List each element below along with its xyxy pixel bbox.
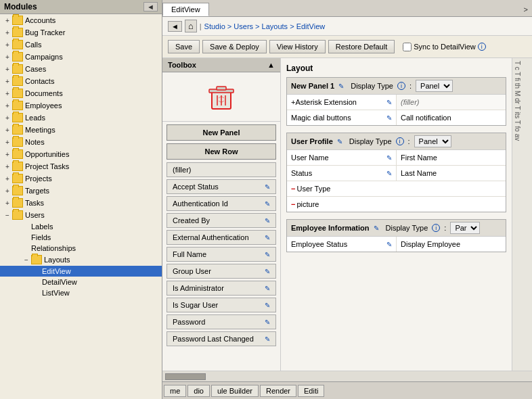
sidebar-scroll[interactable]: + Accounts + Bug Tracker + Calls + Campa… [0,14,162,399]
expand-calls[interactable]: + [3,41,12,49]
toolbox-item-password[interactable]: Password ✎ [167,314,276,329]
panel-new-panel-1-type-select[interactable]: Panel [416,80,453,92]
accept-status-edit-icon[interactable]: ✎ [265,183,270,191]
is-administrator-edit-icon[interactable]: ✎ [265,285,270,292]
bottom-tab-me[interactable]: me [164,385,186,397]
sidebar-item-relationships[interactable]: Relationships [0,243,162,254]
panel-new-panel-1-edit-icon[interactable]: ✎ [338,83,344,90]
panel-employee-info-info-icon[interactable]: i [432,224,440,232]
sidebar-item-leads[interactable]: + Leads [0,112,162,124]
toolbox-item-group-user[interactable]: Group User ✎ [167,264,276,279]
asterisk-ext-edit-icon[interactable]: ✎ [386,99,392,106]
field-cell-employee-status[interactable]: Employee Status ✎ [287,237,397,252]
toolbox-item-is-sugar-user[interactable]: Is Sugar User ✎ [167,298,276,312]
expand-contacts[interactable]: + [3,78,12,85]
expand-cases[interactable]: + [3,66,12,73]
field-cell-asterisk-ext[interactable]: +Asterisk Extension ✎ [287,95,397,110]
save-deploy-button[interactable]: Save & Deploy [202,40,267,53]
sidebar-item-employees[interactable]: + Employees [0,99,162,112]
toolbox-item-created-by[interactable]: Created By ✎ [167,213,276,228]
panel-employee-info-type-select[interactable]: Par [450,222,480,234]
expand-documents[interactable]: + [3,90,12,97]
sidebar-item-editview[interactable]: EditView [0,266,162,277]
toolbox-item-accept-status[interactable]: Accept Status ✎ [167,179,276,194]
user-name-edit-icon[interactable]: ✎ [386,154,392,162]
field-cell-first-name[interactable]: First Name [397,150,506,165]
sidebar-item-documents[interactable]: + Documents [0,87,162,99]
toolbox-item-authentication-id[interactable]: Authentication Id ✎ [167,196,276,211]
group-user-edit-icon[interactable]: ✎ [265,268,270,275]
view-history-button[interactable]: View History [269,40,326,53]
full-name-edit-icon[interactable]: ✎ [265,251,270,258]
field-cell-status[interactable]: Status ✎ [287,166,397,181]
sidebar-item-calls[interactable]: + Calls [0,39,162,51]
expand-accounts[interactable]: + [3,17,12,24]
toolbox-item-filler[interactable]: (filler) [167,162,276,177]
back-button[interactable]: ◄ [168,21,182,32]
expand-targets[interactable]: + [3,187,12,195]
password-last-changed-edit-icon[interactable]: ✎ [265,335,270,343]
panel-employee-info-edit-icon[interactable]: ✎ [374,225,379,232]
sidebar-item-tasks[interactable]: + Tasks [0,197,162,209]
sidebar-item-listview[interactable]: ListView [0,287,162,298]
password-edit-icon[interactable]: ✎ [265,319,270,326]
sidebar-item-cases[interactable]: + Cases [0,63,162,75]
expand-projecttasks[interactable]: + [3,163,12,170]
sidebar-item-contacts[interactable]: + Contacts [0,75,162,87]
expand-tasks[interactable]: + [3,200,12,207]
field-cell-call-notification[interactable]: Call notification [397,110,506,125]
sidebar-item-notes[interactable]: + Notes [0,136,162,148]
sidebar-item-bugtracker[interactable]: + Bug Tracker [0,26,162,39]
toolbox-item-external-auth[interactable]: External Authentication ✎ [167,230,276,245]
field-cell-user-type[interactable]: −User Type [287,181,506,196]
h-scroll-thumb[interactable] [165,373,206,380]
sidebar-item-targets[interactable]: + Targets [0,185,162,197]
horizontal-scrollbar[interactable] [162,371,532,381]
panel-user-profile-info-icon[interactable]: i [396,137,404,145]
toolbox-item-full-name[interactable]: Full Name ✎ [167,247,276,262]
is-sugar-user-edit-icon[interactable]: ✎ [265,302,270,309]
external-auth-edit-icon[interactable]: ✎ [265,234,270,241]
tab-editview[interactable]: EditView [162,3,209,16]
bottom-tab-ule-builder[interactable]: ule Builder [211,385,259,397]
toolbox-item-is-administrator[interactable]: Is Administrator ✎ [167,281,276,296]
sidebar-item-projecttasks[interactable]: + Project Tasks [0,160,162,172]
field-cell-last-name[interactable]: Last Name [397,166,506,181]
toolbox-item-password-last-changed[interactable]: Password Last Changed ✎ [167,331,276,346]
sidebar-item-layouts[interactable]: − Layouts [0,254,162,266]
expand-notes[interactable]: + [3,139,12,146]
expand-opportunities[interactable]: + [3,151,12,158]
field-cell-magic-dial[interactable]: Magic dial buttons ✎ [287,110,397,125]
save-button[interactable]: Save [168,40,200,53]
home-button[interactable]: ⌂ [185,20,197,32]
expand-layouts[interactable]: − [22,256,31,264]
picture-minus[interactable]: − [291,200,295,208]
bottom-tab-editi[interactable]: Editi [298,385,324,397]
field-cell-user-name[interactable]: User Name ✎ [287,150,397,165]
field-cell-display-employee[interactable]: Display Employee [397,237,506,252]
status-edit-icon[interactable]: ✎ [386,170,392,177]
field-cell-picture[interactable]: −picture [287,197,506,212]
new-panel-button[interactable]: New Panel [167,124,276,141]
sidebar-item-labels[interactable]: Labels [0,221,162,232]
expand-users[interactable]: − [3,212,12,219]
magic-dial-edit-icon[interactable]: ✎ [386,114,392,122]
expand-meetings[interactable]: + [3,126,12,134]
employee-status-edit-icon[interactable]: ✎ [386,241,392,248]
sidebar-item-projects[interactable]: + Projects [0,172,162,185]
sidebar-item-meetings[interactable]: + Meetings [0,124,162,136]
expand-leads[interactable]: + [3,114,12,122]
sidebar-item-accounts[interactable]: + Accounts [0,14,162,26]
sidebar-collapse-button[interactable]: ◄ [143,2,158,11]
new-row-button[interactable]: New Row [167,143,276,160]
panel-user-profile-edit-icon[interactable]: ✎ [337,138,342,145]
restore-default-button[interactable]: Restore Default [328,40,395,53]
sidebar-item-campaigns[interactable]: + Campaigns [0,51,162,63]
sidebar-item-users[interactable]: − Users [0,209,162,221]
expand-projects[interactable]: + [3,175,12,183]
sidebar-item-detailview[interactable]: DetailView [0,277,162,287]
expand-employees[interactable]: + [3,102,12,110]
created-by-edit-icon[interactable]: ✎ [265,217,270,225]
expand-bugtracker[interactable]: + [3,29,12,37]
tab-expand-button[interactable]: > [520,4,532,15]
